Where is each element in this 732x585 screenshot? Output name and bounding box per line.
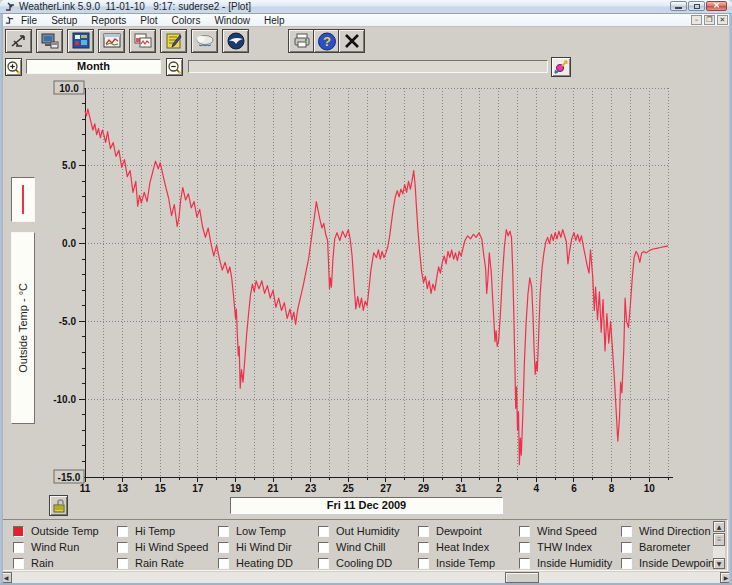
modify-plot-button[interactable] [551,57,571,77]
vertical-scroll-thumb[interactable]: ☰ [713,533,725,546]
toolbar-button-print[interactable] [288,29,315,53]
svg-text:?: ? [323,34,331,49]
checkbox-hi-wind-speed[interactable] [117,542,128,553]
toolbar-button-noaa[interactable] [222,29,249,53]
series-option-label: Wind Chill [336,541,386,553]
x-tick-label: 11 [80,483,91,494]
checkbox-thw-index[interactable] [519,542,530,553]
checkbox-wind-run[interactable] [13,542,24,553]
series-option-label: Hi Temp [135,525,175,537]
checkbox-wind-chill[interactable] [318,542,329,553]
x-tick-label: 27 [380,483,392,494]
y-tick-label: 0.0 [62,238,76,249]
checkbox-low-temp[interactable] [218,526,229,537]
zoom-out-button[interactable] [166,58,183,76]
menu-plot[interactable]: Plot [133,15,164,26]
checkbox-wind-direction[interactable] [621,526,632,537]
series-option: Dewpoint [418,523,519,539]
menu-setup[interactable]: Setup [44,15,84,26]
plot-panel: 11131517192123252729312468105.00.0-5.0-1… [0,80,732,519]
app-icon [5,2,15,12]
toolbar-button-download-data[interactable] [36,29,63,53]
zoom-out-magnifier-icon [167,60,182,75]
scale-limit-box[interactable]: 10.0 [54,81,84,94]
series-selector-panel: Outside TempHi TempLow TempOut HumidityD… [2,519,728,571]
menu-window[interactable]: Window [207,15,257,26]
horizontal-scroll-thumb[interactable] [505,572,539,583]
toolbar-button-close-plot[interactable] [338,29,365,53]
title-bar[interactable]: WeatherLink 5.9.0 11-01-10 9:17: suderse… [0,0,732,14]
checkbox-dewpoint[interactable] [418,526,429,537]
toolbar-button-plot[interactable] [98,29,125,53]
series-option-label: Wind Run [31,541,79,553]
checkbox-rain[interactable] [13,558,24,569]
toolbar-button-weathervane[interactable] [5,29,32,53]
series-option-label: Dewpoint [436,525,482,537]
x-tick-label: 13 [117,483,129,494]
series-option-label: Rain Rate [135,557,184,569]
scroll-up-button[interactable]: ▲ [713,521,725,532]
help-icon: ? [317,32,337,51]
x-tick-label: 17 [192,483,204,494]
series-option: Out Humidity [318,523,418,539]
series-option-label: Hi Wind Dir [236,541,292,553]
series-option-label: THW Index [537,541,592,553]
internet-weather-icon [194,32,216,50]
checkbox-wind-speed[interactable] [519,526,530,537]
menu-reports[interactable]: Reports [84,15,133,26]
checkbox-hi-wind-dir[interactable] [218,542,229,553]
noaa-icon [226,32,246,50]
toolbar-button-bulletin[interactable] [67,29,94,53]
menu-file[interactable]: File [14,15,44,26]
window-border-left [0,14,3,585]
restore-button[interactable] [688,1,705,11]
checkbox-heat-index[interactable] [418,542,429,553]
series-option: Rain Rate [117,555,218,571]
date-cursor-label: Fri 11 Dec 2009 [230,497,503,514]
close-plot-icon [343,33,361,49]
window-title: WeatherLink 5.9.0 11-01-10 9:17: suderse… [19,1,251,12]
checked-checkbox-outside-temp[interactable] [13,526,24,537]
time-scrollbar-track[interactable] [188,60,548,73]
checkbox-heating-dd[interactable] [218,558,229,569]
checkbox-inside-dewpoint[interactable] [621,558,632,569]
toolbar-button-help[interactable]: ? [313,29,340,53]
checkbox-barometer[interactable] [621,542,632,553]
toolbar-button-strip-chart[interactable] [129,29,156,53]
print-icon [292,32,312,50]
toolbar: ? [0,27,732,56]
mdi-minimize-button[interactable]: – [691,15,702,25]
toolbar-button-reports[interactable] [160,29,187,53]
plot-window-icon[interactable] [5,16,14,25]
series-option-label: Wind Speed [537,525,597,537]
svg-text:10.0: 10.0 [59,83,79,94]
x-tick-label: 23 [305,483,317,494]
y-tick-label: -10.0 [53,394,76,405]
menu-help[interactable]: Help [257,15,292,26]
minimize-button[interactable] [670,1,687,11]
checkbox-inside-humidity[interactable] [519,558,530,569]
zoom-span-selector[interactable]: Month [26,59,161,74]
mdi-restore-button[interactable]: ❐ [704,15,715,25]
checkbox-out-humidity[interactable] [318,526,329,537]
checkbox-hi-temp[interactable] [117,526,128,537]
toolbar-button-internet-weather[interactable] [191,29,218,53]
series-option-label: Low Temp [236,525,286,537]
close-button[interactable]: ✕ [706,1,727,11]
zoom-in-button[interactable] [5,58,22,76]
temperature-plot[interactable]: 11131517192123252729312468105.00.0-5.0-1… [0,80,732,519]
mdi-close-button[interactable]: ✕ [717,15,728,25]
scale-limit-box[interactable]: -15.0 [54,470,84,483]
menu-colors[interactable]: Colors [165,15,208,26]
series-option-label: Heat Index [436,541,489,553]
scroll-down-button[interactable]: ▼ [713,558,725,569]
series-line-outside-temp [85,109,668,465]
series-option-label: Barometer [639,541,690,553]
y-axis-title-box: Outside Temp - °C [11,232,35,424]
padlock-icon [52,498,66,514]
lock-scale-button[interactable] [49,495,68,516]
checkbox-cooling-dd[interactable] [318,558,329,569]
checkbox-inside-temp[interactable] [418,558,429,569]
checkbox-rain-rate[interactable] [117,558,128,569]
minimize-icon [675,7,682,9]
